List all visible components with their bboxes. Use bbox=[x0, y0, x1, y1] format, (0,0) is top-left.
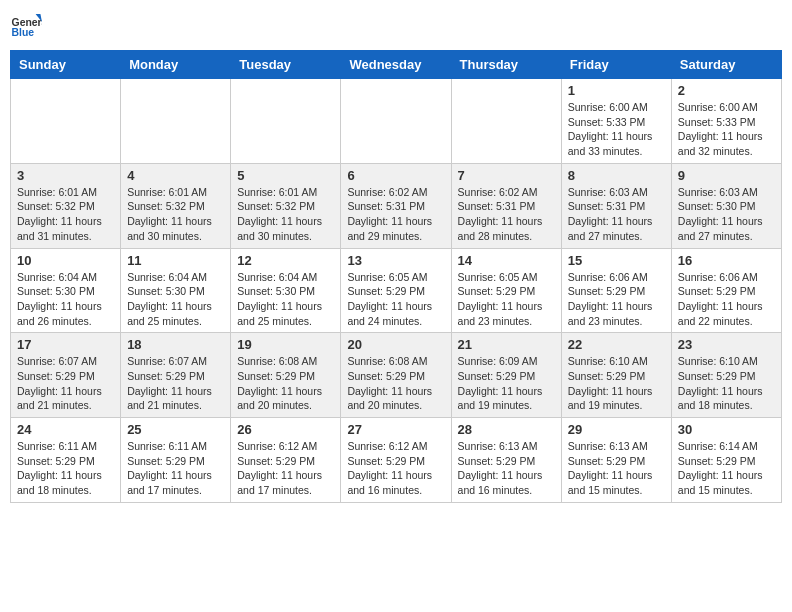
day-number: 13 bbox=[347, 253, 444, 268]
day-cell: 30Sunrise: 6:14 AM Sunset: 5:29 PM Dayli… bbox=[671, 418, 781, 503]
week-row-2: 3Sunrise: 6:01 AM Sunset: 5:32 PM Daylig… bbox=[11, 163, 782, 248]
day-cell: 7Sunrise: 6:02 AM Sunset: 5:31 PM Daylig… bbox=[451, 163, 561, 248]
day-number: 11 bbox=[127, 253, 224, 268]
day-cell: 3Sunrise: 6:01 AM Sunset: 5:32 PM Daylig… bbox=[11, 163, 121, 248]
day-info: Sunrise: 6:00 AM Sunset: 5:33 PM Dayligh… bbox=[568, 100, 665, 159]
day-info: Sunrise: 6:01 AM Sunset: 5:32 PM Dayligh… bbox=[127, 185, 224, 244]
day-info: Sunrise: 6:06 AM Sunset: 5:29 PM Dayligh… bbox=[568, 270, 665, 329]
day-cell: 27Sunrise: 6:12 AM Sunset: 5:29 PM Dayli… bbox=[341, 418, 451, 503]
day-number: 23 bbox=[678, 337, 775, 352]
weekday-header-sunday: Sunday bbox=[11, 51, 121, 79]
day-number: 16 bbox=[678, 253, 775, 268]
day-cell: 9Sunrise: 6:03 AM Sunset: 5:30 PM Daylig… bbox=[671, 163, 781, 248]
day-cell bbox=[231, 79, 341, 164]
day-info: Sunrise: 6:04 AM Sunset: 5:30 PM Dayligh… bbox=[237, 270, 334, 329]
weekday-header-row: SundayMondayTuesdayWednesdayThursdayFrid… bbox=[11, 51, 782, 79]
day-cell: 8Sunrise: 6:03 AM Sunset: 5:31 PM Daylig… bbox=[561, 163, 671, 248]
day-number: 27 bbox=[347, 422, 444, 437]
day-number: 14 bbox=[458, 253, 555, 268]
day-cell: 22Sunrise: 6:10 AM Sunset: 5:29 PM Dayli… bbox=[561, 333, 671, 418]
day-cell: 24Sunrise: 6:11 AM Sunset: 5:29 PM Dayli… bbox=[11, 418, 121, 503]
day-info: Sunrise: 6:04 AM Sunset: 5:30 PM Dayligh… bbox=[17, 270, 114, 329]
day-number: 26 bbox=[237, 422, 334, 437]
day-cell: 6Sunrise: 6:02 AM Sunset: 5:31 PM Daylig… bbox=[341, 163, 451, 248]
day-cell bbox=[121, 79, 231, 164]
day-info: Sunrise: 6:11 AM Sunset: 5:29 PM Dayligh… bbox=[17, 439, 114, 498]
day-cell: 13Sunrise: 6:05 AM Sunset: 5:29 PM Dayli… bbox=[341, 248, 451, 333]
day-number: 17 bbox=[17, 337, 114, 352]
day-info: Sunrise: 6:03 AM Sunset: 5:30 PM Dayligh… bbox=[678, 185, 775, 244]
day-info: Sunrise: 6:08 AM Sunset: 5:29 PM Dayligh… bbox=[347, 354, 444, 413]
day-info: Sunrise: 6:09 AM Sunset: 5:29 PM Dayligh… bbox=[458, 354, 555, 413]
day-cell: 11Sunrise: 6:04 AM Sunset: 5:30 PM Dayli… bbox=[121, 248, 231, 333]
day-info: Sunrise: 6:07 AM Sunset: 5:29 PM Dayligh… bbox=[127, 354, 224, 413]
day-number: 6 bbox=[347, 168, 444, 183]
weekday-header-tuesday: Tuesday bbox=[231, 51, 341, 79]
day-cell: 16Sunrise: 6:06 AM Sunset: 5:29 PM Dayli… bbox=[671, 248, 781, 333]
day-info: Sunrise: 6:06 AM Sunset: 5:29 PM Dayligh… bbox=[678, 270, 775, 329]
day-cell: 26Sunrise: 6:12 AM Sunset: 5:29 PM Dayli… bbox=[231, 418, 341, 503]
day-info: Sunrise: 6:03 AM Sunset: 5:31 PM Dayligh… bbox=[568, 185, 665, 244]
day-info: Sunrise: 6:11 AM Sunset: 5:29 PM Dayligh… bbox=[127, 439, 224, 498]
day-cell: 19Sunrise: 6:08 AM Sunset: 5:29 PM Dayli… bbox=[231, 333, 341, 418]
day-number: 5 bbox=[237, 168, 334, 183]
day-info: Sunrise: 6:01 AM Sunset: 5:32 PM Dayligh… bbox=[17, 185, 114, 244]
day-info: Sunrise: 6:12 AM Sunset: 5:29 PM Dayligh… bbox=[237, 439, 334, 498]
day-info: Sunrise: 6:10 AM Sunset: 5:29 PM Dayligh… bbox=[678, 354, 775, 413]
day-number: 8 bbox=[568, 168, 665, 183]
day-cell: 2Sunrise: 6:00 AM Sunset: 5:33 PM Daylig… bbox=[671, 79, 781, 164]
day-cell: 28Sunrise: 6:13 AM Sunset: 5:29 PM Dayli… bbox=[451, 418, 561, 503]
week-row-4: 17Sunrise: 6:07 AM Sunset: 5:29 PM Dayli… bbox=[11, 333, 782, 418]
day-cell: 17Sunrise: 6:07 AM Sunset: 5:29 PM Dayli… bbox=[11, 333, 121, 418]
day-info: Sunrise: 6:13 AM Sunset: 5:29 PM Dayligh… bbox=[568, 439, 665, 498]
day-info: Sunrise: 6:05 AM Sunset: 5:29 PM Dayligh… bbox=[347, 270, 444, 329]
day-info: Sunrise: 6:12 AM Sunset: 5:29 PM Dayligh… bbox=[347, 439, 444, 498]
day-number: 28 bbox=[458, 422, 555, 437]
day-info: Sunrise: 6:02 AM Sunset: 5:31 PM Dayligh… bbox=[458, 185, 555, 244]
day-cell bbox=[11, 79, 121, 164]
day-cell: 5Sunrise: 6:01 AM Sunset: 5:32 PM Daylig… bbox=[231, 163, 341, 248]
svg-text:Blue: Blue bbox=[12, 27, 35, 38]
day-cell: 21Sunrise: 6:09 AM Sunset: 5:29 PM Dayli… bbox=[451, 333, 561, 418]
day-info: Sunrise: 6:10 AM Sunset: 5:29 PM Dayligh… bbox=[568, 354, 665, 413]
day-info: Sunrise: 6:00 AM Sunset: 5:33 PM Dayligh… bbox=[678, 100, 775, 159]
day-number: 19 bbox=[237, 337, 334, 352]
day-number: 21 bbox=[458, 337, 555, 352]
day-cell: 4Sunrise: 6:01 AM Sunset: 5:32 PM Daylig… bbox=[121, 163, 231, 248]
weekday-header-wednesday: Wednesday bbox=[341, 51, 451, 79]
day-number: 10 bbox=[17, 253, 114, 268]
week-row-3: 10Sunrise: 6:04 AM Sunset: 5:30 PM Dayli… bbox=[11, 248, 782, 333]
day-info: Sunrise: 6:05 AM Sunset: 5:29 PM Dayligh… bbox=[458, 270, 555, 329]
day-number: 12 bbox=[237, 253, 334, 268]
day-number: 18 bbox=[127, 337, 224, 352]
day-number: 2 bbox=[678, 83, 775, 98]
day-info: Sunrise: 6:13 AM Sunset: 5:29 PM Dayligh… bbox=[458, 439, 555, 498]
day-cell bbox=[451, 79, 561, 164]
day-cell: 25Sunrise: 6:11 AM Sunset: 5:29 PM Dayli… bbox=[121, 418, 231, 503]
weekday-header-thursday: Thursday bbox=[451, 51, 561, 79]
day-cell: 1Sunrise: 6:00 AM Sunset: 5:33 PM Daylig… bbox=[561, 79, 671, 164]
week-row-1: 1Sunrise: 6:00 AM Sunset: 5:33 PM Daylig… bbox=[11, 79, 782, 164]
day-info: Sunrise: 6:08 AM Sunset: 5:29 PM Dayligh… bbox=[237, 354, 334, 413]
day-number: 3 bbox=[17, 168, 114, 183]
day-info: Sunrise: 6:14 AM Sunset: 5:29 PM Dayligh… bbox=[678, 439, 775, 498]
day-number: 15 bbox=[568, 253, 665, 268]
day-info: Sunrise: 6:02 AM Sunset: 5:31 PM Dayligh… bbox=[347, 185, 444, 244]
day-cell: 12Sunrise: 6:04 AM Sunset: 5:30 PM Dayli… bbox=[231, 248, 341, 333]
day-cell: 29Sunrise: 6:13 AM Sunset: 5:29 PM Dayli… bbox=[561, 418, 671, 503]
day-number: 9 bbox=[678, 168, 775, 183]
calendar-table: SundayMondayTuesdayWednesdayThursdayFrid… bbox=[10, 50, 782, 503]
day-number: 1 bbox=[568, 83, 665, 98]
week-row-5: 24Sunrise: 6:11 AM Sunset: 5:29 PM Dayli… bbox=[11, 418, 782, 503]
day-cell: 20Sunrise: 6:08 AM Sunset: 5:29 PM Dayli… bbox=[341, 333, 451, 418]
day-cell bbox=[341, 79, 451, 164]
logo-icon: General Blue bbox=[10, 10, 42, 42]
day-number: 22 bbox=[568, 337, 665, 352]
day-info: Sunrise: 6:07 AM Sunset: 5:29 PM Dayligh… bbox=[17, 354, 114, 413]
day-number: 7 bbox=[458, 168, 555, 183]
day-cell: 18Sunrise: 6:07 AM Sunset: 5:29 PM Dayli… bbox=[121, 333, 231, 418]
day-number: 30 bbox=[678, 422, 775, 437]
day-info: Sunrise: 6:01 AM Sunset: 5:32 PM Dayligh… bbox=[237, 185, 334, 244]
logo: General Blue bbox=[10, 10, 46, 42]
day-number: 24 bbox=[17, 422, 114, 437]
